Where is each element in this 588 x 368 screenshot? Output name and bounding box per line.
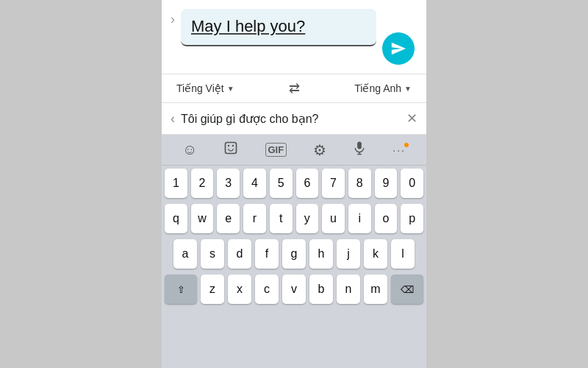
shift-key[interactable]: ⇧ <box>165 275 197 304</box>
key-m[interactable]: m <box>364 275 387 304</box>
swap-languages-button[interactable]: ⇄ <box>289 80 300 96</box>
svg-rect-0 <box>226 143 237 154</box>
zxcv-row: ⇧ z x c v b n m ⌫ <box>165 275 423 304</box>
key-z[interactable]: z <box>201 275 224 304</box>
key-4[interactable]: 4 <box>243 169 266 198</box>
translation-output: › May I help you? <box>162 0 426 74</box>
key-g[interactable]: g <box>282 239 306 269</box>
key-v[interactable]: v <box>282 275 306 304</box>
input-area: ‹ Tôi giúp gì được cho bạn? ✕ <box>162 102 426 135</box>
numbers-row: 1 2 3 4 5 6 7 8 9 0 <box>165 169 423 198</box>
key-a[interactable]: a <box>173 239 197 269</box>
target-lang-dropdown-icon: ▼ <box>404 85 412 93</box>
source-language-label: Tiếng Việt <box>176 82 224 94</box>
key-s[interactable]: s <box>201 239 224 269</box>
key-c[interactable]: c <box>255 275 279 304</box>
keyboard-toolbar: ☺ GIF ⚙ ··· <box>162 135 426 166</box>
svg-rect-3 <box>357 141 362 149</box>
key-8[interactable]: 8 <box>348 169 371 198</box>
sticker-icon[interactable] <box>223 141 238 159</box>
key-6[interactable]: 6 <box>296 169 319 198</box>
key-5[interactable]: 5 <box>270 169 293 198</box>
key-n[interactable]: n <box>337 275 360 304</box>
target-language-label: Tiếng Anh <box>354 82 401 94</box>
input-back-icon[interactable]: ‹ <box>171 111 175 127</box>
backspace-key[interactable]: ⌫ <box>391 275 423 304</box>
key-3[interactable]: 3 <box>217 169 240 198</box>
svg-point-2 <box>232 145 234 147</box>
send-icon <box>390 40 406 57</box>
language-bar: Tiếng Việt ▼ ⇄ Tiếng Anh ▼ <box>162 74 426 102</box>
key-o[interactable]: o <box>375 204 398 233</box>
settings-icon[interactable]: ⚙ <box>313 141 326 159</box>
key-f[interactable]: f <box>255 239 279 269</box>
source-text-input[interactable]: Tôi giúp gì được cho bạn? <box>181 112 401 126</box>
key-2[interactable]: 2 <box>191 169 214 198</box>
key-1[interactable]: 1 <box>165 169 187 198</box>
key-7[interactable]: 7 <box>322 169 345 198</box>
key-r[interactable]: r <box>243 204 266 233</box>
gif-icon[interactable]: GIF <box>265 143 287 157</box>
key-w[interactable]: w <box>191 204 214 233</box>
svg-point-1 <box>228 145 230 147</box>
key-x[interactable]: x <box>228 275 251 304</box>
key-q[interactable]: q <box>165 204 187 233</box>
key-e[interactable]: e <box>217 204 240 233</box>
emoji-icon[interactable]: ☺ <box>182 141 197 158</box>
key-0[interactable]: 0 <box>401 169 423 198</box>
phone-container: › May I help you? Tiếng Việt ▼ ⇄ Tiếng A… <box>162 0 426 368</box>
source-lang-dropdown-icon: ▼ <box>227 85 234 93</box>
target-language-selector[interactable]: Tiếng Anh ▼ <box>354 82 412 94</box>
key-y[interactable]: y <box>296 204 319 233</box>
key-9[interactable]: 9 <box>375 169 398 198</box>
key-t[interactable]: t <box>270 204 293 233</box>
translated-text: May I help you? <box>191 17 305 35</box>
clear-input-button[interactable]: ✕ <box>406 110 417 127</box>
key-k[interactable]: k <box>364 239 387 269</box>
keyboard: 1 2 3 4 5 6 7 8 9 0 q w e r t y u i o p … <box>162 166 426 368</box>
key-l[interactable]: l <box>391 239 415 269</box>
send-button[interactable] <box>382 32 415 65</box>
key-u[interactable]: u <box>322 204 345 233</box>
asdf-row: a s d f g h j k l <box>165 239 423 269</box>
translated-text-box[interactable]: May I help you? <box>181 9 376 46</box>
key-h[interactable]: h <box>309 239 333 269</box>
key-j[interactable]: j <box>337 239 360 269</box>
key-p[interactable]: p <box>401 204 423 233</box>
key-d[interactable]: d <box>228 239 251 269</box>
expand-chevron-icon[interactable]: › <box>171 12 175 27</box>
key-i[interactable]: i <box>348 204 371 233</box>
key-b[interactable]: b <box>309 275 333 304</box>
qwerty-row: q w e r t y u i o p <box>165 204 423 233</box>
more-options-icon[interactable]: ··· <box>392 144 406 156</box>
microphone-icon[interactable] <box>353 141 366 159</box>
source-language-selector[interactable]: Tiếng Việt ▼ <box>176 82 234 94</box>
